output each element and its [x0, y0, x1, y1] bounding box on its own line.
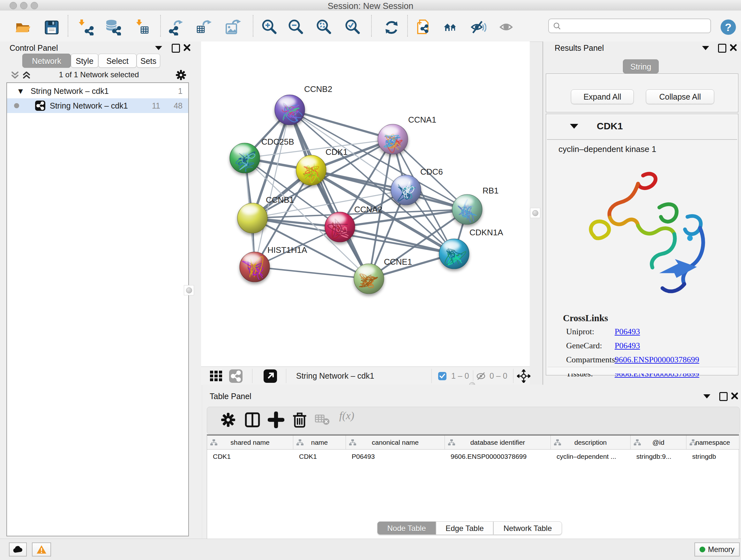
string-network-icon [35, 101, 45, 111]
open-in-new-icon[interactable] [264, 369, 277, 383]
node-CDKN1A[interactable]: CDKN1A [439, 228, 503, 269]
crosslink-value-link[interactable]: P06493 [615, 327, 640, 336]
table-panel-collapse-icon[interactable] [703, 394, 711, 398]
table-cell[interactable]: stringdb [686, 450, 739, 463]
right-splitter-handle[interactable] [530, 208, 540, 218]
zoom-selected-icon[interactable] [343, 18, 360, 36]
results-panel-float-icon[interactable] [718, 44, 726, 53]
clone-network-icon[interactable] [414, 18, 432, 36]
table-cell[interactable]: stringdb:9... [630, 450, 686, 463]
column-header-description[interactable]: description [551, 435, 630, 449]
collapse-all-button[interactable]: Collapse All [646, 89, 714, 104]
string-share-icon[interactable] [229, 369, 243, 383]
control-panel-collapse-icon[interactable] [155, 46, 162, 50]
node-label-HIST1H1A: HIST1H1A [267, 245, 307, 255]
column-header-name[interactable]: name [293, 435, 346, 449]
export-image-icon[interactable] [224, 18, 241, 36]
export-table-icon[interactable] [195, 18, 212, 36]
node-RB1[interactable]: RB1 [452, 186, 499, 225]
tab-network-table[interactable]: Network Table [493, 521, 562, 535]
search-input[interactable] [548, 18, 711, 33]
column-header-databaseidentifier[interactable]: database identifier [445, 435, 551, 449]
save-session-icon[interactable] [43, 18, 60, 36]
delete-column-trash-icon[interactable] [291, 412, 308, 428]
import-network-icon[interactable] [77, 18, 94, 36]
crosslink-value-link[interactable]: P06493 [615, 341, 640, 351]
open-session-icon[interactable] [14, 18, 31, 36]
zoom-out-icon[interactable] [286, 18, 304, 36]
protein-structure-image [565, 169, 722, 303]
table-cell[interactable]: CDK1 [207, 450, 293, 463]
network-collection-row[interactable]: ▼ String Network – cdk1 1 [7, 84, 188, 98]
node-label-CDC6: CDC6 [420, 167, 443, 177]
node-CCNE1[interactable]: CCNE1 [354, 257, 412, 294]
edge-CCNB2-HIST1H1A[interactable] [255, 110, 290, 267]
crosslink-label: Uniprot: [566, 327, 594, 336]
table-cell[interactable]: CDK1 [293, 450, 346, 463]
expand-all-chevron-icon[interactable] [22, 71, 30, 80]
column-header-namespace[interactable]: namespace [686, 435, 739, 449]
import-network-database-icon[interactable] [104, 18, 121, 36]
gene-name: CDK1 [597, 121, 623, 132]
show-all-icon[interactable] [498, 18, 515, 36]
column-header-canonicalname[interactable]: canonical name [346, 435, 445, 449]
network-row[interactable]: String Network – cdk1 11 48 [7, 98, 188, 113]
left-splitter-handle[interactable] [184, 285, 194, 295]
selected-count: 1 – 0 [451, 367, 469, 385]
network-view[interactable]: CCNB2CCNA1CDC25BCDK1CDC6RB1CCNB1CCNA2CDK… [201, 42, 530, 385]
control-panel-float-icon[interactable] [172, 44, 180, 53]
help-icon[interactable]: ? [721, 19, 736, 35]
tab-network[interactable]: Network [22, 54, 71, 68]
crosslink-row: GeneCard:P06493 [566, 341, 602, 351]
table-cell[interactable]: cyclin–dependent ... [551, 450, 630, 463]
tab-style[interactable]: Style [71, 54, 98, 68]
table-panel-close-icon[interactable] [731, 392, 738, 400]
refresh-icon[interactable] [382, 18, 400, 36]
node-CDC25B[interactable]: CDC25B [230, 137, 294, 173]
node-HIST1H1A[interactable]: HIST1H1A [240, 245, 307, 283]
results-hscrollbar[interactable] [548, 367, 737, 374]
tab-sets[interactable]: Sets [137, 54, 160, 68]
network-options-gear-icon[interactable] [175, 69, 187, 81]
network-canvas[interactable]: CCNB2CCNA1CDC25BCDK1CDC6RB1CCNB1CCNA2CDK… [201, 42, 530, 367]
node-CCNA1[interactable]: CCNA1 [378, 115, 436, 154]
table-cell[interactable]: P06493 [346, 450, 445, 463]
birds-eye-grid-icon[interactable] [209, 370, 224, 382]
tab-node-table[interactable]: Node Table [377, 521, 436, 535]
import-table-icon[interactable] [133, 18, 150, 36]
warnings-button[interactable] [32, 543, 51, 557]
zoom-in-icon[interactable] [260, 18, 277, 36]
node-section-expander-icon[interactable] [570, 124, 578, 129]
table-panel-float-icon[interactable] [719, 392, 728, 401]
table-gear-icon[interactable] [220, 412, 237, 428]
edge-CCNB2-CCNA1[interactable] [290, 110, 393, 139]
show-columns-icon[interactable] [244, 412, 261, 428]
export-network-icon[interactable] [167, 18, 185, 36]
add-column-icon[interactable] [268, 412, 284, 428]
node-section-header[interactable]: CDK1 [547, 115, 737, 140]
hide-selected-icon[interactable] [469, 18, 486, 36]
tab-string[interactable]: String [623, 59, 659, 73]
tree-expander-icon[interactable]: ▼ [17, 84, 24, 98]
column-header-sharedname[interactable]: shared name [207, 435, 293, 449]
network-tree: ▼ String Network – cdk1 1 String Network… [6, 82, 189, 537]
edge-CCNE1-HIST1H1A[interactable] [255, 267, 369, 279]
tab-select[interactable]: Select [98, 54, 137, 68]
memory-button[interactable]: Memory [694, 543, 740, 557]
results-panel-collapse-icon[interactable] [702, 46, 709, 50]
zoom-fit-icon[interactable] [315, 18, 332, 36]
table-cell[interactable]: 9606.ENSP00000378699 [445, 450, 551, 463]
fit-selected-crosshair-icon[interactable] [517, 369, 530, 383]
column-header-id[interactable]: @id [630, 435, 686, 449]
expand-all-button[interactable]: Expand All [571, 89, 634, 104]
control-panel-close-icon[interactable] [183, 44, 191, 51]
tab-edge-table[interactable]: Edge Table [436, 521, 493, 535]
node-label-RB1: RB1 [482, 186, 499, 195]
results-panel-close-icon[interactable] [730, 44, 737, 51]
selected-checkbox-icon[interactable] [438, 372, 447, 381]
first-neighbors-icon[interactable] [442, 18, 460, 36]
cloud-button[interactable] [9, 543, 27, 557]
search-field-wrap [548, 18, 711, 33]
crosslink-value-link[interactable]: 9606.ENSP00000378699 [615, 355, 699, 365]
collapse-all-chevron-icon[interactable] [11, 71, 19, 80]
